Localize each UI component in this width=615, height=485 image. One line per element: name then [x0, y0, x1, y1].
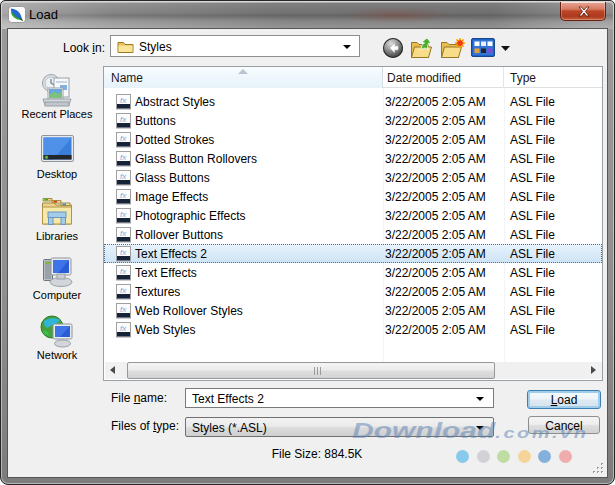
- svg-text:fx: fx: [120, 210, 127, 219]
- svg-text:fx: fx: [120, 267, 127, 276]
- svg-text:fx: fx: [120, 115, 127, 124]
- svg-text:fx: fx: [120, 96, 127, 105]
- svg-text:fx: fx: [120, 324, 127, 333]
- svg-text:fx: fx: [120, 229, 127, 238]
- svg-text:fx: fx: [120, 191, 127, 200]
- svg-text:fx: fx: [120, 153, 127, 162]
- svg-text:fx: fx: [120, 172, 127, 181]
- svg-text:fx: fx: [120, 305, 127, 314]
- svg-text:fx: fx: [120, 134, 127, 143]
- svg-text:fx: fx: [120, 286, 127, 295]
- svg-text:fx: fx: [120, 248, 127, 257]
